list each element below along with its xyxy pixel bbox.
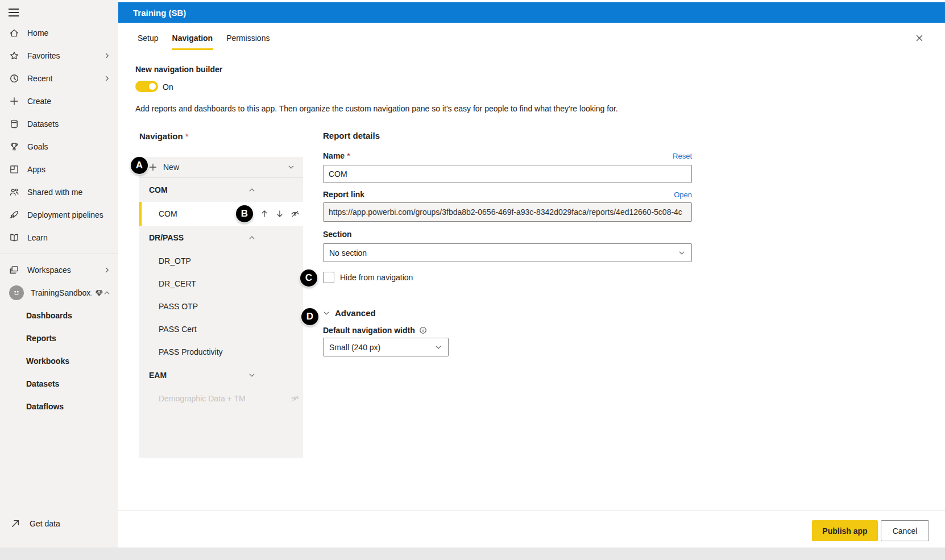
nav-item-actions [291,394,300,403]
nav-item-dr-cert[interactable]: DR_CERT [139,272,303,295]
info-icon[interactable] [419,326,427,334]
sidebar-item-label: Deployment pipelines [27,210,103,219]
chevron-up-icon[interactable] [103,289,110,296]
sidebar-item-workspace-datasets[interactable]: Datasets [0,372,118,395]
tab-setup[interactable]: Setup [137,32,159,50]
nav-item-pass-cert[interactable]: PASS Cert [139,318,303,341]
sidebar-item-datasets[interactable]: Datasets [0,113,118,135]
sidebar-item-favorites[interactable]: Favorites [0,44,118,67]
sidebar-item-recent[interactable]: Recent [0,67,118,90]
hide-from-navigation-checkbox-row[interactable]: Hide from navigation [323,272,413,283]
sidebar-item-deployment-pipelines[interactable]: Deployment pipelines [0,204,118,226]
new-button-label: New [163,163,179,172]
sidebar-item-learn[interactable]: Learn [0,226,118,249]
sidebar-item-dataflows[interactable]: Dataflows [0,395,118,418]
open-link[interactable]: Open [674,190,692,199]
chevron-down-icon [323,310,330,317]
move-up-icon[interactable] [260,209,269,218]
get-data-label: Get data [30,519,60,528]
nav-group-eam[interactable]: EAM [139,363,303,387]
dataset-cylinder-icon [9,119,19,129]
hamburger-menu-icon[interactable] [9,6,19,15]
chevron-up-icon[interactable] [248,186,255,193]
nav-item-demographic-data-hidden[interactable]: Demographic Data + TM [139,387,303,410]
chevron-down-icon [678,250,685,256]
navigation-tree-panel: New COM COM DR/PASS DR_OTP DR_CERT PASS … [139,157,303,458]
sidebar-item-create[interactable]: Create [0,90,118,113]
nav-item-label: COM [159,209,177,218]
report-link-label: Report link [323,190,364,199]
nav-item-pass-otp[interactable]: PASS OTP [139,295,303,318]
hide-eye-icon[interactable] [291,209,300,218]
chevron-right-icon[interactable] [103,267,110,273]
builder-description: Add reports and dashboards to this app. … [135,104,618,113]
sidebar-item-label: Workspaces [27,266,71,275]
sidebar-item-home[interactable]: Home [0,22,118,44]
chevron-down-icon [435,344,442,351]
app-title: Training (SB) [133,8,186,18]
move-down-icon[interactable] [275,209,284,218]
sidebar-item-shared-with-me[interactable]: Shared with me [0,181,118,204]
default-width-dropdown[interactable]: Small (240 px) [323,338,449,356]
name-label-row: Name* Reset [323,151,692,160]
navigation-heading-text: Navigation [139,131,183,141]
navigation-builder-toggle[interactable] [135,81,158,92]
checkbox-unchecked[interactable] [323,272,334,283]
nav-item-label: Demographic Data + TM [159,394,246,403]
section-dropdown[interactable]: No section [323,243,692,262]
chevron-down-icon[interactable] [248,372,255,379]
sidebar-item-reports[interactable]: Reports [0,327,118,350]
tab-navigation[interactable]: Navigation [172,32,214,50]
workspaces-icon [9,265,19,275]
required-asterisk: * [347,151,350,160]
app-title-bar: Training (SB) [118,2,945,23]
sidebar-item-current-workspace[interactable]: TrainingSandbox... [0,281,118,304]
powerbi-app-screen: Home Favorites Recent Create Datasets [0,0,945,560]
left-navigation-sidebar: Home Favorites Recent Create Datasets [0,0,118,547]
workspace-avatar [9,285,24,300]
sidebar-sub-label: Reports [26,334,56,343]
name-input[interactable] [323,165,692,183]
rocket-icon [9,210,19,220]
reset-link[interactable]: Reset [673,152,692,160]
cancel-button[interactable]: Cancel [881,520,929,541]
book-icon [9,233,19,243]
nav-item-label: PASS Productivity [159,347,223,356]
nav-item-com-selected[interactable]: COM [139,202,303,226]
nav-group-com[interactable]: COM [139,178,303,202]
annotation-badge-c: C [300,269,317,287]
default-width-value: Small (240 px) [329,343,380,352]
publish-app-button[interactable]: Publish app [812,520,878,541]
sidebar-item-apps[interactable]: Apps [0,158,118,181]
chevron-up-icon[interactable] [248,234,255,241]
chevron-down-icon[interactable] [288,164,295,171]
nav-group-dr-pass[interactable]: DR/PASS [139,226,303,250]
required-asterisk: * [185,131,189,141]
default-width-label: Default navigation width [323,326,415,335]
get-data-button[interactable]: Get data [0,512,118,535]
sidebar-sub-label: Workbooks [26,356,69,366]
report-details-heading: Report details [323,131,380,140]
navigation-section-heading: Navigation* [139,131,189,141]
hidden-eye-icon[interactable] [291,394,300,403]
sidebar-item-goals[interactable]: Goals [0,135,118,158]
sidebar-item-dashboards[interactable]: Dashboards [0,304,118,327]
chevron-right-icon[interactable] [103,52,110,59]
new-item-button[interactable]: New [139,157,303,178]
report-link-value: https://app.powerbi.com/groups/3fbda8b2-… [323,202,692,222]
nav-item-dr-otp[interactable]: DR_OTP [139,250,303,272]
sidebar-item-workbooks[interactable]: Workbooks [0,350,118,372]
tab-permissions[interactable]: Permissions [226,32,270,50]
name-label: Name* [323,151,350,160]
sidebar-item-label: Home [27,28,48,38]
sidebar-item-workspaces[interactable]: Workspaces [0,259,118,281]
chevron-right-icon[interactable] [103,75,110,82]
sidebar-item-label: Recent [27,74,52,83]
advanced-expander[interactable]: Advanced [323,308,376,318]
plus-icon [9,96,19,106]
sidebar-sub-label: Dataflows [26,402,64,411]
annotation-badge-a: A [131,157,148,174]
star-icon [9,51,19,61]
nav-item-pass-productivity[interactable]: PASS Productivity [139,341,303,363]
close-button[interactable] [913,32,926,44]
